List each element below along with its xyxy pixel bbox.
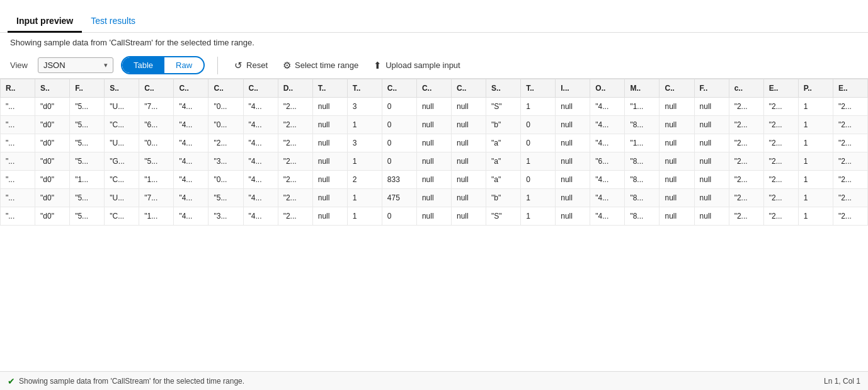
table-cell: "b"	[486, 116, 521, 134]
table-cell: null	[694, 171, 729, 189]
table-cell: "4...	[590, 116, 625, 134]
table-cell: "2...	[833, 116, 867, 134]
table-cell: null	[416, 207, 451, 226]
table-cell: "2...	[729, 98, 763, 116]
table-cell: 1	[798, 98, 833, 116]
table-cell: null	[312, 152, 347, 171]
table-cell: "3...	[208, 152, 243, 171]
table-cell: "b"	[486, 189, 521, 207]
table-cell: "2...	[729, 152, 763, 171]
table-cell: "1...	[625, 134, 660, 152]
table-cell: "d0"	[35, 189, 70, 207]
table-cell: null	[556, 116, 590, 134]
table-cell: null	[660, 134, 694, 152]
status-message: Showing sample data from 'CallStream' fo…	[0, 33, 868, 52]
select-time-range-button[interactable]: ⚙ Select time range	[279, 57, 362, 74]
table-cell: "2...	[278, 189, 312, 207]
table-cell: "2...	[278, 171, 312, 189]
data-table-container[interactable]: R..S..F..S..C..C..C..C..D..T..T..C..C..C…	[0, 78, 868, 371]
reset-button[interactable]: ↺ Reset	[231, 57, 271, 74]
column-header: S..	[35, 79, 70, 98]
view-dropdown[interactable]: JSON ▾	[38, 57, 113, 73]
table-cell: "2...	[763, 116, 798, 134]
toggle-table-button[interactable]: Table	[122, 57, 164, 73]
table-cell: 1	[347, 116, 382, 134]
column-header: O..	[590, 79, 625, 98]
toggle-raw-button[interactable]: Raw	[164, 57, 203, 73]
tab-test-results[interactable]: Test results	[82, 9, 144, 33]
table-cell: 3	[347, 134, 382, 152]
table-cell: "7...	[139, 189, 174, 207]
upload-sample-button[interactable]: ⬆ Upload sample input	[370, 57, 464, 74]
table-cell: 1	[798, 171, 833, 189]
table-cell: "4...	[590, 207, 625, 226]
table-cell: 1	[798, 207, 833, 226]
table-cell: null	[556, 134, 590, 152]
column-header: R..	[1, 79, 35, 98]
table-cell: "8...	[625, 152, 660, 171]
table-cell: "4...	[243, 134, 278, 152]
table-cell: "2...	[729, 189, 763, 207]
table-cell: "4...	[174, 152, 208, 171]
table-cell: "2...	[833, 152, 867, 171]
table-cell: null	[416, 189, 451, 207]
table-cell: "a"	[486, 171, 521, 189]
table-cell: "a"	[486, 134, 521, 152]
table-cell: "5...	[70, 152, 105, 171]
table-cell: null	[312, 189, 347, 207]
table-cell: "2...	[729, 134, 763, 152]
table-cell: "4...	[243, 152, 278, 171]
table-cell: "2...	[278, 207, 312, 226]
bottom-status-left: ✔ Showing sample data from 'CallStream' …	[8, 376, 244, 386]
table-cell: "4...	[174, 207, 208, 226]
column-header: T..	[347, 79, 382, 98]
table-cell: "1...	[139, 207, 174, 226]
table-cell: "...	[1, 98, 35, 116]
table-cell: "2...	[833, 134, 867, 152]
table-cell: 1	[521, 98, 556, 116]
column-header: D..	[278, 79, 312, 98]
table-cell: null	[694, 207, 729, 226]
select-time-range-label: Select time range	[295, 60, 358, 70]
table-row: "..."d0""1..."C..."1..."4..."0..."4..."2…	[1, 171, 868, 189]
table-cell: "4...	[590, 171, 625, 189]
view-select-value: JSON	[43, 60, 99, 70]
table-cell: 0	[382, 98, 416, 116]
table-cell: "2...	[763, 207, 798, 226]
table-cell: null	[452, 189, 486, 207]
table-cell: "5...	[70, 189, 105, 207]
bottom-status-bar: ✔ Showing sample data from 'CallStream' …	[0, 371, 868, 390]
table-row: "..."d0""5..."G..."5..."4..."3..."4..."2…	[1, 152, 868, 171]
table-cell: "2...	[208, 134, 243, 152]
table-cell: "8...	[625, 171, 660, 189]
table-cell: "2...	[763, 189, 798, 207]
reset-icon: ↺	[234, 60, 243, 71]
table-cell: 0	[382, 134, 416, 152]
table-cell: null	[452, 116, 486, 134]
table-cell: 0	[382, 116, 416, 134]
column-header: T..	[521, 79, 556, 98]
table-cell: "6...	[590, 152, 625, 171]
table-cell: "5...	[208, 189, 243, 207]
table-cell: null	[452, 134, 486, 152]
table-cell: 2	[347, 171, 382, 189]
table-cell: "3...	[208, 207, 243, 226]
table-cell: "S"	[486, 98, 521, 116]
toolbar-divider	[217, 57, 218, 74]
table-cell: "1...	[625, 98, 660, 116]
table-cell: "S"	[486, 207, 521, 226]
tab-input-preview[interactable]: Input preview	[8, 9, 82, 33]
table-cell: 0	[521, 171, 556, 189]
table-cell: "4...	[174, 171, 208, 189]
table-raw-toggle: Table Raw	[121, 56, 205, 74]
table-cell: "2...	[833, 171, 867, 189]
table-cell: "d0"	[35, 171, 70, 189]
table-cell: "4...	[590, 134, 625, 152]
table-cell: "U...	[105, 98, 139, 116]
column-header: P..	[798, 79, 833, 98]
table-cell: "...	[1, 189, 35, 207]
table-cell: null	[660, 171, 694, 189]
table-cell: "2...	[729, 171, 763, 189]
table-cell: "d0"	[35, 98, 70, 116]
table-cell: 0	[521, 116, 556, 134]
